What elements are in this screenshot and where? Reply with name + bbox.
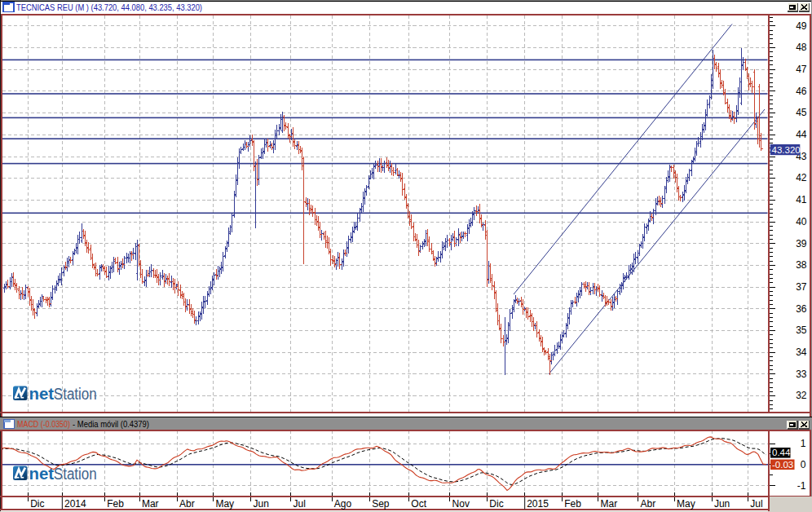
svg-text:- Media móvil (0.4379): - Media móvil (0.4379): [73, 419, 149, 429]
svg-text:Station: Station: [54, 464, 97, 483]
svg-text:May: May: [215, 498, 234, 510]
svg-text:-1: -1: [797, 480, 806, 492]
svg-text:41: 41: [796, 194, 807, 205]
svg-text:0: 0: [801, 459, 806, 470]
svg-text:Mar: Mar: [142, 498, 159, 510]
svg-text:0.44: 0.44: [772, 448, 791, 457]
svg-text:Abr: Abr: [179, 498, 195, 510]
svg-text:Feb: Feb: [107, 498, 124, 510]
svg-text:Jun: Jun: [254, 498, 269, 510]
svg-text:net: net: [29, 384, 55, 403]
svg-text:2015: 2015: [527, 498, 549, 510]
svg-text:Oct: Oct: [411, 498, 426, 510]
svg-text:TECNICAS REU (M ) (43.720, 44.: TECNICAS REU (M ) (43.720, 44.080, 43.23…: [16, 2, 202, 12]
svg-text:Ago: Ago: [334, 498, 352, 510]
svg-text:-0.03: -0.03: [772, 460, 793, 470]
svg-text:36: 36: [796, 303, 807, 315]
svg-text:42: 42: [796, 172, 807, 183]
svg-text:Jul: Jul: [750, 498, 762, 510]
svg-text:May: May: [677, 498, 695, 510]
svg-text:34: 34: [796, 346, 807, 358]
svg-text:37: 37: [796, 281, 807, 293]
svg-text:Jul: Jul: [293, 498, 306, 510]
svg-text:40: 40: [796, 216, 807, 227]
svg-text:Sep: Sep: [372, 498, 390, 510]
svg-text:net: net: [29, 464, 55, 483]
svg-text:45: 45: [796, 107, 807, 118]
svg-text:49: 49: [796, 20, 807, 32]
svg-text:46: 46: [796, 86, 807, 97]
svg-text:44: 44: [796, 129, 807, 140]
svg-text:33: 33: [796, 369, 807, 380]
svg-text:Jun: Jun: [714, 498, 730, 510]
svg-text:1: 1: [801, 438, 806, 449]
svg-text:39: 39: [796, 238, 807, 249]
svg-text:47: 47: [796, 64, 807, 75]
svg-text:32: 32: [796, 390, 807, 401]
svg-text:Dic: Dic: [489, 498, 503, 510]
svg-text:43.320: 43.320: [772, 145, 801, 155]
svg-text:Dic: Dic: [30, 498, 44, 510]
svg-text:Nov: Nov: [452, 498, 470, 510]
svg-text:48: 48: [796, 42, 807, 53]
svg-text:2014: 2014: [64, 498, 86, 510]
svg-text:Mar: Mar: [601, 498, 618, 510]
svg-text:38: 38: [796, 259, 807, 271]
svg-text:MACD (-0.0350): MACD (-0.0350): [17, 419, 70, 429]
svg-text:Abr: Abr: [641, 498, 656, 510]
svg-text:Feb: Feb: [564, 498, 581, 510]
svg-text:Station: Station: [54, 384, 97, 403]
svg-text:35: 35: [796, 324, 807, 336]
